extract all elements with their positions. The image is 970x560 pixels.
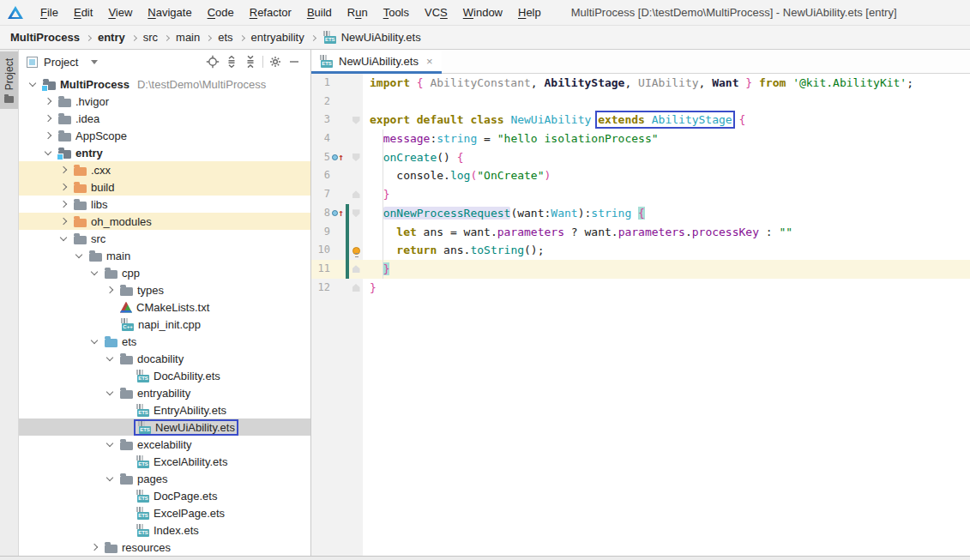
tree-chevron-icon[interactable] — [41, 99, 54, 104]
expand-all-icon[interactable] — [222, 52, 241, 71]
tree-chevron-icon[interactable] — [103, 287, 116, 292]
menu-build[interactable]: Build — [299, 0, 340, 25]
tree-chevron-icon[interactable] — [87, 340, 100, 343]
tree-chevron-icon[interactable] — [103, 478, 116, 480]
menu-vcs[interactable]: VCS — [417, 0, 455, 25]
settings-icon[interactable] — [266, 52, 285, 71]
menu-code[interactable]: Code — [200, 0, 242, 25]
tree-chevron-icon[interactable] — [57, 219, 69, 224]
code-text[interactable]: export default class NewUiAbility extend… — [363, 111, 970, 129]
menu-run[interactable]: Run — [340, 0, 376, 25]
breadcrumb-item-ets[interactable]: ets — [218, 31, 232, 44]
tree-item-docability-ets[interactable]: DocAbility.ets — [19, 367, 310, 384]
tree-item-excelability[interactable]: excelability — [19, 436, 310, 453]
code-text[interactable]: let ans = want.parameters ? want.paramet… — [363, 223, 970, 242]
tree-item-idea[interactable]: .idea — [19, 110, 310, 127]
fold-open-icon[interactable] — [352, 154, 360, 161]
fold-close-icon[interactable] — [352, 284, 360, 292]
tree-chevron-icon[interactable] — [72, 255, 85, 257]
menu-file[interactable]: File — [33, 0, 66, 25]
code-text[interactable]: onCreate() { — [363, 148, 970, 167]
tree-item-ets[interactable]: ets — [19, 333, 310, 350]
tree-item-excelability-ets[interactable]: ExcelAbility.ets — [19, 453, 310, 470]
tree-item-resources[interactable]: resources — [19, 539, 310, 556]
fold-close-icon[interactable] — [352, 190, 360, 198]
tree-chevron-icon[interactable] — [103, 358, 116, 360]
hide-icon[interactable] — [285, 52, 304, 71]
tree-chevron-icon[interactable] — [87, 545, 100, 550]
locate-icon[interactable] — [203, 52, 222, 71]
tree-chevron-icon[interactable] — [41, 152, 54, 154]
tree-chevron-icon[interactable] — [57, 184, 69, 190]
overriding-method-icon[interactable]: ↑ — [330, 204, 346, 223]
fold-slot[interactable] — [349, 241, 363, 260]
tree-item-multiprocess[interactable]: MultiProcessD:\testDemo\MultiProcess — [19, 75, 310, 93]
tree-item-src[interactable]: src — [19, 230, 310, 247]
tree-item-cmakelists-txt[interactable]: CMakeLists.txt — [19, 298, 310, 316]
stripe-button-project[interactable]: Project — [0, 51, 18, 109]
tree-item-appscope[interactable]: AppScope — [19, 127, 310, 144]
breadcrumb-item-entryability[interactable]: entryability — [251, 31, 304, 44]
breadcrumb-item-src[interactable]: src — [143, 31, 158, 44]
menu-help[interactable]: Help — [510, 0, 549, 25]
menu-edit[interactable]: Edit — [66, 0, 100, 25]
breadcrumb-item-multiprocess[interactable]: MultiProcess — [10, 31, 80, 44]
tree-chevron-icon[interactable] — [41, 116, 54, 121]
fold-slot[interactable] — [349, 185, 363, 204]
breadcrumb-item-newuiability-ets[interactable]: NewUiAbility.ets — [322, 31, 421, 44]
menu-window[interactable]: Window — [455, 0, 510, 25]
breadcrumb-item-main[interactable]: main — [176, 31, 200, 44]
tree-item-newuiability-ets[interactable]: NewUiAbility.ets — [19, 418, 310, 436]
code-text[interactable]: import { AbilityConstant, AbilityStage, … — [363, 74, 970, 93]
tree-chevron-icon[interactable] — [57, 202, 69, 207]
tab-newuiability[interactable]: NewUiAbility.ets × — [311, 50, 442, 73]
tree-item-excelpage-ets[interactable]: ExcelPage.ets — [19, 504, 310, 521]
code-text[interactable]: } — [363, 260, 970, 279]
tree-chevron-icon[interactable] — [41, 133, 54, 138]
tree-chevron-icon[interactable] — [103, 443, 116, 446]
tree-item-build[interactable]: build — [19, 178, 310, 196]
tree-chevron-icon[interactable] — [57, 167, 69, 172]
fold-slot[interactable] — [349, 204, 363, 223]
code-text[interactable]: onNewProcessRequest(want:Want):string { — [363, 204, 970, 223]
tree-item-types[interactable]: types — [19, 281, 310, 298]
tree-item-entry[interactable]: entry — [19, 144, 310, 161]
tree-item-oh-modules[interactable]: oh_modules — [19, 213, 310, 230]
code-text[interactable]: } — [363, 279, 970, 298]
tree-item-main[interactable]: main — [19, 247, 310, 264]
code-text[interactable]: } — [363, 185, 970, 204]
override-arrow-icon[interactable]: ↑ — [332, 209, 344, 218]
tree-item-napi-init-cpp[interactable]: napi_init.cpp — [19, 316, 310, 333]
menu-navigate[interactable]: Navigate — [140, 0, 199, 25]
tree-item-hvigor[interactable]: .hvigor — [19, 93, 310, 110]
fold-slot[interactable] — [349, 111, 363, 129]
tree-item-pages[interactable]: pages — [19, 470, 310, 487]
tree-item-entryability[interactable]: entryability — [19, 384, 310, 401]
fold-slot[interactable] — [349, 260, 363, 279]
override-arrow-icon[interactable]: ↑ — [332, 154, 344, 162]
menu-refactor[interactable]: Refactor — [242, 0, 299, 25]
project-panel-title[interactable]: Project — [44, 56, 78, 69]
tree-item-docpage-ets[interactable]: DocPage.ets — [19, 487, 310, 504]
intention-bulb-icon[interactable] — [352, 247, 360, 255]
fold-slot[interactable] — [349, 279, 363, 298]
fold-close-icon[interactable] — [352, 265, 360, 273]
tree-item-cxx[interactable]: .cxx — [19, 161, 310, 178]
tree-item-entryability-ets[interactable]: EntryAbility.ets — [19, 401, 310, 418]
collapse-all-icon[interactable] — [241, 52, 260, 71]
fold-open-icon[interactable] — [352, 117, 360, 124]
fold-slot[interactable] — [349, 148, 363, 167]
fold-open-icon[interactable] — [352, 209, 360, 217]
breadcrumb-item-entry[interactable]: entry — [98, 31, 125, 44]
tree-chevron-icon[interactable] — [87, 272, 100, 274]
code-text[interactable] — [363, 93, 970, 111]
code-text[interactable]: message:string = "hello isolationProcess… — [363, 129, 970, 148]
code-text[interactable]: console.log("OnCreate") — [363, 166, 970, 185]
close-tab-icon[interactable]: × — [426, 55, 433, 68]
tree-item-docability[interactable]: docability — [19, 350, 310, 367]
tree-item-index-ets[interactable]: Index.ets — [19, 521, 310, 539]
menu-tools[interactable]: Tools — [376, 0, 417, 25]
menu-view[interactable]: View — [100, 0, 140, 25]
overriding-method-icon[interactable]: ↑ — [330, 148, 346, 167]
tree-item-libs[interactable]: libs — [19, 196, 310, 213]
